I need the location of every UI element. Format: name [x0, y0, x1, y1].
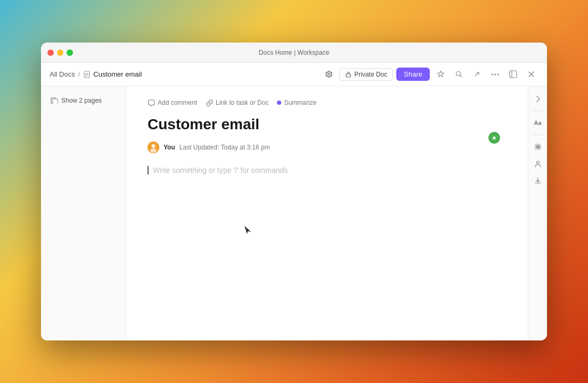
- star-icon: [437, 70, 445, 78]
- traffic-lights: [47, 49, 73, 56]
- doc-icon: [83, 71, 91, 78]
- breadcrumb: All Docs / Customer email: [50, 70, 317, 78]
- summarize-label: Summarize: [284, 99, 316, 106]
- right-collapse-icon: [534, 95, 542, 103]
- mouse-cursor: [243, 224, 254, 237]
- summarize-dot: [277, 101, 281, 105]
- filter-button[interactable]: [530, 139, 545, 154]
- close-button[interactable]: [47, 49, 54, 56]
- breadcrumb-doc-name: Customer email: [93, 70, 142, 78]
- svg-point-5: [456, 72, 460, 76]
- titlebar: Docs Home | Workspace: [41, 43, 547, 63]
- editor-placeholder-text: Write something or type '/' for commands: [153, 166, 288, 174]
- svg-rect-4: [346, 74, 350, 77]
- ai-icon: [491, 135, 497, 141]
- author-row: You Last Updated: Today at 3:16 pm: [148, 141, 485, 153]
- more-icon: [491, 73, 499, 76]
- link-task-action[interactable]: Link to task or Doc: [206, 99, 268, 106]
- avatar-image: [148, 141, 159, 153]
- add-comment-label: Add comment: [158, 99, 197, 106]
- close-icon: [528, 71, 534, 77]
- minimize-button[interactable]: [57, 49, 63, 56]
- right-panel-collapse-button[interactable]: [530, 91, 545, 106]
- font-button[interactable]: Aa: [530, 115, 545, 130]
- collapse-button[interactable]: [505, 67, 520, 82]
- svg-rect-9: [510, 71, 517, 78]
- svg-point-6: [491, 73, 493, 75]
- download-button[interactable]: [530, 173, 545, 188]
- author-name: You: [164, 144, 175, 151]
- app-window: Docs Home | Workspace All Docs / Custome…: [41, 43, 547, 340]
- pages-icon: [51, 97, 58, 104]
- editor[interactable]: Add comment Link to task or Doc: [126, 86, 528, 340]
- download-icon: [534, 177, 542, 185]
- breadcrumb-current: Customer email: [83, 70, 142, 78]
- export-button[interactable]: [469, 67, 484, 82]
- show-pages-button[interactable]: Show 2 pages: [47, 95, 119, 106]
- svg-point-8: [497, 73, 499, 75]
- editor-placeholder-area[interactable]: Write something or type '/' for commands: [148, 166, 485, 174]
- svg-point-16: [152, 144, 156, 148]
- sidebar: Show 2 pages: [41, 86, 126, 340]
- maximize-button[interactable]: [67, 49, 73, 56]
- window-title: Docs Home | Workspace: [259, 49, 329, 56]
- members-button[interactable]: [530, 156, 545, 171]
- settings-button[interactable]: [321, 67, 336, 82]
- lock-icon: [345, 71, 352, 78]
- export-icon: [473, 70, 481, 78]
- right-panel-divider-1: [533, 111, 543, 111]
- breadcrumb-all-docs[interactable]: All Docs: [50, 70, 75, 78]
- content-area: Add comment Link to task or Doc: [126, 86, 547, 340]
- avatar: [148, 141, 159, 153]
- svg-point-22: [536, 161, 539, 164]
- close-button[interactable]: [524, 67, 538, 82]
- right-panel: Aa: [528, 86, 547, 340]
- ai-indicator: [488, 132, 500, 144]
- private-doc-button[interactable]: Private Doc: [339, 68, 393, 81]
- share-button[interactable]: Share: [396, 68, 430, 81]
- more-options-button[interactable]: [487, 67, 502, 82]
- search-icon: [455, 70, 463, 78]
- doc-title: Customer email: [148, 115, 485, 134]
- comment-icon: [148, 99, 155, 106]
- star-button[interactable]: [433, 67, 448, 82]
- summarize-action[interactable]: Summarize: [277, 99, 316, 106]
- text-cursor: [148, 166, 149, 174]
- link-task-label: Link to task or Doc: [216, 99, 268, 106]
- search-button[interactable]: [451, 67, 466, 82]
- svg-point-7: [494, 73, 496, 75]
- link-icon: [206, 99, 213, 106]
- settings-icon: [325, 70, 333, 78]
- collapse-icon: [509, 70, 517, 78]
- svg-point-17: [150, 148, 157, 153]
- right-panel-divider-2: [533, 135, 543, 135]
- toolbar: All Docs / Customer email: [41, 63, 547, 86]
- add-comment-action[interactable]: Add comment: [148, 99, 197, 106]
- breadcrumb-separator: /: [78, 70, 80, 78]
- last-updated: Last Updated: Today at 3:16 pm: [179, 144, 270, 151]
- snowflake-icon: [534, 143, 542, 151]
- svg-rect-14: [53, 99, 58, 104]
- action-bar: Add comment Link to task or Doc: [148, 99, 485, 106]
- main-area: Show 2 pages Add comment: [41, 86, 547, 340]
- font-icon: Aa: [534, 120, 541, 126]
- private-doc-label: Private Doc: [354, 71, 387, 78]
- people-icon: [534, 160, 542, 168]
- show-pages-label: Show 2 pages: [61, 97, 102, 104]
- toolbar-actions: Private Doc Share: [321, 67, 538, 82]
